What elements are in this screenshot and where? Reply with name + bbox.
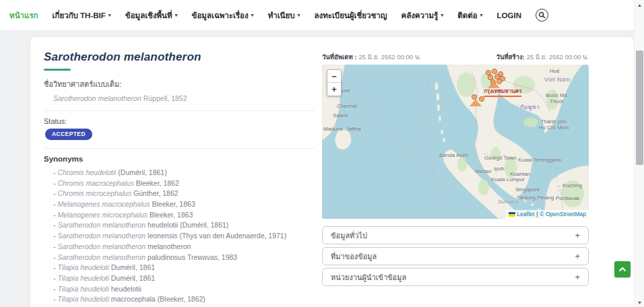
scientific-name-italic: Sarotherodon melanotheron (53, 94, 141, 102)
nav-item-label: ทำเนียบ (268, 9, 295, 22)
accordion-group: ข้อมูลทั่วไป+ที่มาของข้อมูล+หน่วยงานผู้น… (322, 226, 589, 286)
accordion-bar[interactable]: หน่วยงานผู้นำเข้าข้อมูล+ (322, 268, 589, 286)
chevron-down-icon: ▾ (441, 13, 443, 18)
search-button[interactable] (536, 9, 548, 22)
map-label: Buôn Ma Thuột (544, 92, 569, 104)
accordion-bar[interactable]: ที่มาของข้อมูล+ (322, 247, 589, 265)
created-date: วันที่สร้าง:25 มิ.ย. 2562 00:00 น. (496, 52, 589, 61)
nav-item-label: LOGIN (497, 11, 521, 20)
nav-item[interactable]: ติดต่อ▾ (457, 9, 482, 22)
nav-item[interactable]: ลงทะเบียนผู้เชี่ยวชาญ (315, 9, 387, 22)
map-zoom-control: − + (327, 69, 342, 96)
nav-item-label: เกี่ยวกับ TH-BIF (53, 9, 106, 22)
map-label: Huế (550, 68, 560, 74)
title-underline (44, 69, 71, 71)
chevron-down-icon: ▾ (251, 13, 254, 18)
zoom-in-button[interactable]: + (327, 83, 341, 96)
nav-item[interactable]: คลังความรู้▾ (401, 9, 444, 22)
synonym-item: - Tilapia heudeloti Duméril, 1861 (53, 264, 315, 271)
map-label: Thành phố Hồ Chí Minh (538, 118, 570, 131)
nav-item[interactable]: หน้าแรก (9, 9, 38, 22)
map-label: Sumatra (498, 199, 518, 205)
page-scrollbar[interactable]: ▲ ▼ (634, 0, 644, 307)
updated-date: วันที่อัพเดท :25 มิ.ย. 2562 00:00 น. (322, 52, 421, 61)
chevron-down-icon: ▾ (298, 13, 300, 18)
page-title: Sarotherodon melanotheron (44, 50, 315, 64)
map-label: Kuala Terengganu (518, 157, 562, 163)
created-date-value: 25 มิ.ย. 2562 00:00 น. (527, 53, 589, 61)
map-label: Madurai (323, 126, 343, 132)
full-name-label: ชื่อวิทยาศาสตร์แบบเต็ม: (44, 78, 315, 90)
nav-item[interactable]: ข้อมูลเฉพาะเรื่อง▾ (192, 9, 254, 22)
synonym-item: - Sarotherodon melanotheron paludinosus … (53, 254, 315, 261)
synonym-item: - Tilapia heudeloti heudelotii (53, 285, 315, 293)
chevron-down-icon: ▾ (175, 13, 178, 18)
nav-item[interactable]: ข้อมูลเชิงพื้นที่▾ (125, 9, 178, 22)
map-label: Kuching (562, 182, 582, 189)
cluster-triangle-marker[interactable] (470, 99, 482, 106)
map-label: Viet Nam (544, 76, 571, 83)
cluster-triangle-marker[interactable] (488, 81, 500, 88)
leaflet-link[interactable]: Leaflet (517, 211, 535, 217)
map-label: Chennai (337, 103, 357, 109)
nav-item[interactable]: เกี่ยวกับ TH-BIF▾ (53, 9, 111, 22)
distribution-map[interactable]: − + NelloreChennaiSalemMaduraiJaffnaHuếV… (322, 65, 589, 219)
nav-item[interactable]: LOGIN (497, 11, 521, 20)
nav-item-label: ข้อมูลเชิงพื้นที่ (125, 9, 172, 22)
synonym-item: - Chromis heudelotii (Duméril, 1861) (53, 169, 315, 176)
map-label: George Town (484, 155, 516, 161)
updated-date-label: วันที่อัพเดท : (322, 53, 357, 61)
map-label: Singapore (515, 186, 540, 193)
nav-item-label: ติดต่อ (457, 9, 477, 22)
scientific-name-author: Rüppell, 1852 (143, 94, 187, 102)
accordion-bar[interactable]: ข้อมูลทั่วไป+ (322, 226, 589, 244)
map-label: Pontianak (556, 195, 580, 201)
chevron-down-icon: ▾ (480, 13, 483, 18)
map-label: Jaffna (346, 126, 361, 132)
map-label: Salem (333, 112, 348, 118)
scrollbar-up-arrow[interactable]: ▲ (635, 0, 644, 9)
nav-item-label: ลงทะเบียนผู้เชี่ยวชาญ (315, 9, 387, 22)
map-label: กัมพูชา (520, 102, 540, 112)
map-label: Medan (475, 168, 491, 174)
plus-icon: + (575, 252, 580, 261)
occurrence-marker[interactable] (492, 69, 497, 74)
divider (44, 148, 315, 149)
nav-item[interactable]: ทำเนียบ▾ (268, 9, 300, 22)
ukraine-flag-icon (509, 212, 515, 217)
chevron-up-icon (618, 267, 626, 272)
scroll-to-top-button[interactable] (614, 261, 631, 277)
openstreetmap-link[interactable]: © OpenStreetMap (540, 211, 586, 217)
synonym-item: - Tilapia heudeloti Duméril, 1861 (53, 275, 315, 282)
attribution-separator: | (536, 211, 538, 217)
zoom-out-button[interactable]: − (327, 70, 341, 83)
map-label: Ipoh (494, 166, 505, 172)
record-dates: วันที่อัพเดท :25 มิ.ย. 2562 00:00 น. วัน… (322, 52, 589, 61)
search-icon (538, 11, 546, 19)
species-details: Sarotherodon melanotheron ชื่อวิทยาศาสตร… (44, 50, 315, 307)
top-navbar: หน้าแรกเกี่ยวกับ TH-BIF▾ข้อมูลเชิงพื้นที… (0, 0, 644, 31)
plus-icon: + (575, 231, 580, 240)
synonym-item: - Melanogenes macrocephalus Bleeker, 186… (53, 201, 315, 208)
species-card: Sarotherodon melanotheron ชื่อวิทยาศาสตร… (30, 37, 634, 307)
synonyms-heading: Synonyms (44, 155, 315, 163)
chevron-down-icon: ▾ (108, 13, 111, 18)
created-date-label: วันที่สร้าง: (496, 53, 525, 61)
synonym-item: - Sarotherodon melanotheron melanotheron (53, 243, 315, 250)
scrollbar-thumb[interactable] (636, 50, 643, 165)
synonyms-list: - Chromis heudelotii (Duméril, 1861)- Ch… (44, 169, 315, 307)
status-badge: ACCEPTED (45, 129, 92, 140)
map-panel: วันที่อัพเดท :25 มิ.ย. 2562 00:00 น. วัน… (322, 52, 589, 286)
divider (44, 110, 315, 111)
synonym-item: - Chromis macrocephalus Bleeker, 1862 (53, 180, 315, 187)
nav-item-label: หน้าแรก (9, 9, 38, 22)
map-attribution: Leaflet | © OpenStreetMap (506, 210, 589, 219)
updated-date-value: 25 มิ.ย. 2562 00:00 น. (359, 53, 421, 61)
scrollbar-down-arrow[interactable]: ▼ (635, 298, 644, 307)
nav-item-label: ข้อมูลเฉพาะเรื่อง (192, 9, 249, 22)
map-label: Tanjung Pinang (517, 195, 554, 201)
map-label: Banda Aceh (439, 152, 468, 158)
nav-items: หน้าแรกเกี่ยวกับ TH-BIF▾ข้อมูลเชิงพื้นที… (9, 9, 521, 22)
map-label: Kuala Lumpur (491, 176, 525, 182)
accordion-label: ที่มาของข้อมูล (331, 250, 377, 263)
